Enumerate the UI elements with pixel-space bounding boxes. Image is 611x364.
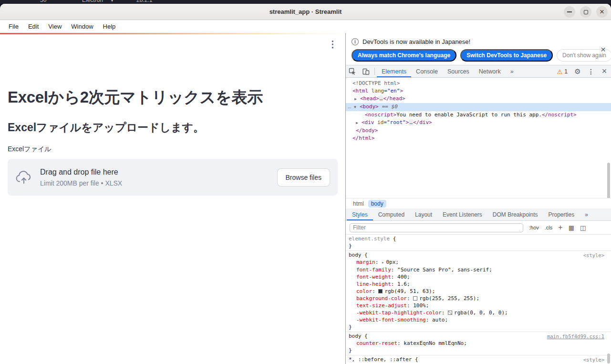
dom-line-body-selected[interactable]: …<body>== $0	[346, 103, 611, 111]
scrollbar-thumb[interactable]	[607, 163, 610, 198]
dom-line-html-close[interactable]: </html>	[346, 135, 611, 142]
dom-line-doctype[interactable]: <!DOCTYPE html>	[346, 80, 611, 87]
notification-close-button[interactable]	[601, 45, 606, 54]
tab-elements[interactable]: Elements	[377, 65, 411, 77]
color-swatch[interactable]	[413, 296, 417, 301]
computed-styles-icon[interactable]	[569, 223, 574, 232]
css-property[interactable]: font-weight: 400;	[346, 273, 611, 281]
gear-icon	[574, 67, 580, 76]
style-rule-universal: *, ::before, ::after { <style> box-sizin…	[346, 355, 611, 364]
rule-selector: body	[349, 252, 362, 258]
warning-count: 1	[564, 68, 568, 75]
css-property[interactable]: -webkit-tap-highlight-color: rgba(0, 0, …	[346, 309, 611, 316]
selected-node-hint: == $0	[382, 104, 398, 110]
tab-console[interactable]: Console	[411, 65, 443, 77]
dom-tree: <!DOCTYPE html> <html lang="en"> <head>……	[346, 78, 611, 198]
menu-item-help[interactable]: Help	[98, 23, 121, 30]
menu-item-view[interactable]: View	[43, 23, 66, 30]
breadcrumb: html body	[346, 198, 611, 208]
css-property[interactable]: -webkit-font-smoothing: auto;	[346, 316, 611, 323]
devtools-close-button[interactable]	[598, 65, 611, 77]
menu-item-edit[interactable]: Edit	[23, 23, 43, 30]
dom-line-html-open[interactable]: <html lang="en">	[346, 87, 611, 95]
collapse-arrow-icon[interactable]	[354, 104, 360, 111]
devtools-menu-button[interactable]	[584, 65, 598, 77]
dom-line-head[interactable]: <head>…</head>	[346, 95, 611, 103]
issues-badge[interactable]: 1	[554, 65, 571, 77]
styles-sidebar-tabs: Styles Computed Layout Event Listeners D…	[346, 208, 611, 221]
dom-line-body-close[interactable]: </body>	[346, 127, 611, 135]
browse-files-button[interactable]: Browse files	[277, 168, 330, 187]
window-controls	[564, 6, 608, 18]
css-property[interactable]: font-family: "Source Sans Pro", sans-ser…	[346, 266, 611, 273]
device-toolbar-button[interactable]	[359, 65, 373, 77]
toolbar-separator	[374, 68, 375, 75]
tab-sources[interactable]: Sources	[443, 65, 474, 77]
filter-input[interactable]	[350, 223, 523, 232]
rule-selector: element.style	[349, 236, 390, 242]
settings-button[interactable]	[571, 65, 584, 77]
inspect-element-button[interactable]	[346, 65, 359, 77]
rule-origin: <style>	[583, 356, 604, 364]
new-style-rule-button[interactable]	[558, 223, 562, 232]
maximize-button[interactable]	[580, 6, 591, 18]
breadcrumb-body[interactable]: body	[368, 200, 386, 208]
color-swatch[interactable]	[448, 311, 452, 315]
cloud-upload-icon	[15, 170, 32, 185]
close-icon	[600, 8, 604, 16]
rule-selector: body	[349, 333, 362, 339]
collapsed-content-ellipsis[interactable]: …	[409, 119, 413, 125]
style-rule-element: element.style { }	[346, 235, 611, 251]
uploader-label: Excelファイル	[8, 145, 338, 154]
device-toolbar-icon	[362, 68, 370, 75]
css-property[interactable]: color: rgb(49, 51, 63);	[346, 288, 611, 295]
tab-properties[interactable]: Properties	[543, 208, 580, 220]
dom-line-noscript[interactable]: <noscript>You need to enable JavaScript …	[346, 111, 611, 119]
menubar: File Edit View Window Help	[0, 20, 611, 33]
expand-arrow-icon[interactable]	[382, 259, 386, 265]
dom-line-div-root[interactable]: <div id="root">…</div>	[346, 119, 611, 127]
css-property[interactable]: margin: 0px;	[346, 259, 611, 266]
hover-state-toggle[interactable]: :hov	[529, 225, 539, 230]
rule-selector: *, ::before, ::after	[349, 356, 412, 363]
devtools-language-notification: DevTools is now available in Japanese! A…	[346, 33, 611, 65]
window-titlebar: streamlit_app · Streamlit	[0, 4, 611, 20]
stylesheet-link[interactable]: main.fb5f4d99.css:1	[547, 333, 604, 340]
tab-dom-breakpoints[interactable]: DOM Breakpoints	[487, 208, 543, 220]
tab-computed[interactable]: Computed	[373, 208, 410, 220]
tab-network[interactable]: Network	[474, 65, 506, 77]
scrollbar-thumb[interactable]	[607, 354, 610, 364]
menu-item-file[interactable]: File	[4, 23, 23, 30]
streamlit-decoration-bar	[0, 33, 345, 34]
element-classes-toggle[interactable]: .cls	[545, 225, 553, 230]
match-chrome-language-button[interactable]: Always match Chrome's language	[352, 49, 456, 62]
close-button[interactable]	[596, 6, 608, 18]
css-property[interactable]: text-size-adjust: 100%;	[346, 302, 611, 309]
toggle-sidebar-icon[interactable]	[580, 223, 586, 232]
expand-arrow-icon[interactable]	[354, 95, 360, 103]
menu-item-window[interactable]: Window	[66, 23, 98, 30]
close-icon	[602, 66, 607, 76]
file-uploader-dropzone[interactable]: Drag and drop file here Limit 200MB per …	[8, 159, 338, 196]
more-sidebar-tabs-button[interactable]: »	[580, 208, 593, 220]
tab-event-listeners[interactable]: Event Listeners	[437, 208, 487, 220]
app-overflow-menu-button[interactable]	[328, 40, 337, 49]
node-options-icon[interactable]: …	[348, 103, 354, 111]
tab-styles[interactable]: Styles	[347, 208, 373, 220]
styles-pane: element.style { } body { <style> margin:…	[346, 235, 611, 364]
background-fragment: 28.2.1	[136, 0, 152, 3]
minimize-button[interactable]	[564, 6, 575, 18]
css-property[interactable]: background-color: rgb(255, 255, 255);	[346, 295, 611, 302]
tab-layout[interactable]: Layout	[410, 208, 437, 220]
background-fragment: Electron	[82, 0, 103, 3]
css-property[interactable]: counter-reset: katexEqnNo mmlEqnNo;	[346, 340, 611, 347]
info-icon	[352, 38, 359, 45]
css-property[interactable]: line-height: 1.6;	[346, 281, 611, 288]
app-window: streamlit_app · Streamlit File Edit View…	[0, 4, 611, 364]
color-swatch[interactable]	[378, 289, 383, 293]
expand-arrow-icon[interactable]	[356, 119, 362, 127]
switch-devtools-japanese-button[interactable]: Switch DevTools to Japanese	[460, 49, 553, 62]
more-tabs-button[interactable]: »	[506, 65, 518, 77]
breadcrumb-html[interactable]: html	[350, 200, 367, 208]
page-title: Excelから2次元マトリックスを表示	[8, 87, 338, 108]
